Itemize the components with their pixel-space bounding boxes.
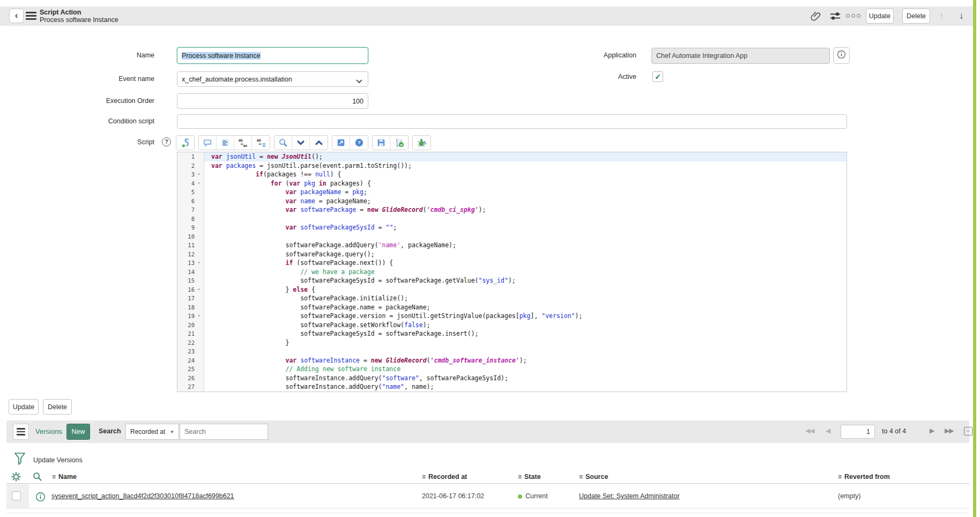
code-line-text: var softwarePackage = new GlideRecord('c… xyxy=(204,205,847,215)
search-icon[interactable] xyxy=(274,136,292,150)
last-page-icon[interactable]: ▶▶ xyxy=(945,427,953,434)
format-document-icon[interactable] xyxy=(217,136,234,150)
code-line-text: softwarePackage.query(); xyxy=(204,250,847,259)
code-line[interactable]: 2var packages = jsonUtil.parse(event.par… xyxy=(177,161,847,171)
row-checkbox[interactable] xyxy=(12,491,21,500)
new-button[interactable]: New xyxy=(66,424,90,440)
execution-order-input[interactable]: 100 xyxy=(177,93,368,109)
column-menu-icon[interactable]: ≡ xyxy=(579,473,583,481)
replace-all-icon[interactable]: ab xyxy=(252,136,270,150)
code-line[interactable]: 16▾ } else { xyxy=(177,285,847,294)
code-line[interactable]: 21 softwarePackageSysId = softwarePackag… xyxy=(177,329,847,338)
code-line[interactable]: 23 xyxy=(177,347,847,356)
code-line[interactable]: 15 softwarePackageSysId = softwarePackag… xyxy=(177,276,847,285)
code-line[interactable]: 24 var softwareInstance = new GlideRecor… xyxy=(177,356,847,365)
editor-gutter: 9 xyxy=(177,223,204,232)
code-line[interactable]: 18 softwarePackage.name = packageName; xyxy=(177,303,847,312)
code-line[interactable]: 6 var name = packageName; xyxy=(177,197,847,206)
toggle-comment-icon[interactable] xyxy=(199,136,217,150)
search-column-select[interactable]: Recorded at ▼ xyxy=(125,424,179,440)
code-line-text: softwarePackage.addQuery('name', package… xyxy=(204,241,847,250)
code-line[interactable]: 8 xyxy=(177,215,847,224)
event-name-select[interactable]: x_chef_automate.process.installation xyxy=(177,71,368,87)
syntax-check-icon[interactable] xyxy=(390,136,408,150)
next-record-icon[interactable]: ↓ xyxy=(959,11,964,21)
open-in-new-window-icon[interactable] xyxy=(332,136,350,150)
first-page-icon[interactable]: ◀◀ xyxy=(805,427,814,434)
code-line[interactable]: 3▾ if(packages !== null) { xyxy=(177,170,847,179)
code-line[interactable]: 19▾ softwarePackage.version = jsonUtil.g… xyxy=(177,312,847,321)
update-button[interactable]: Update xyxy=(866,9,894,24)
code-line[interactable]: 5 var packageName = pkg; xyxy=(177,188,847,197)
syntax-editor-icon[interactable] xyxy=(176,136,194,150)
code-line[interactable]: 13▾ if (softwarePackage.next()) { xyxy=(177,258,847,268)
code-line[interactable]: 4▾ for (var pkg in packages) { xyxy=(177,179,847,188)
attachment-icon[interactable] xyxy=(810,10,822,24)
row-name-link[interactable]: sysevent_script_action_8acd4f2d2f303010f… xyxy=(51,492,234,500)
column-menu-icon[interactable]: ≡ xyxy=(52,473,56,481)
fold-toggle-icon[interactable]: ▾ xyxy=(195,285,203,294)
code-line[interactable]: 10 xyxy=(177,232,847,241)
code-line[interactable]: 22 } xyxy=(177,338,847,348)
help-icon[interactable]: ? xyxy=(350,136,368,150)
next-page-icon[interactable]: ▶ xyxy=(930,427,934,434)
code-line[interactable]: 12 softwarePackage.query(); xyxy=(177,250,847,259)
code-line[interactable]: 14 // we have a package xyxy=(177,268,847,277)
previous-record-icon[interactable]: ↑ xyxy=(939,11,944,21)
update-button-footer[interactable]: Update xyxy=(9,399,39,415)
line-number: 15 xyxy=(177,276,195,285)
code-line[interactable]: 11 softwarePackage.addQuery('name', pack… xyxy=(177,241,847,250)
script-editor[interactable]: 1var jsonUtil = new JsonUtil();2var pack… xyxy=(177,152,847,392)
list-context-menu-icon[interactable] xyxy=(13,424,29,440)
code-line[interactable]: 17 softwarePackage.initialize(); xyxy=(177,294,847,303)
find-next-icon[interactable] xyxy=(292,136,310,150)
search-label: Search xyxy=(99,427,121,435)
column-header-recorded-at[interactable]: ≡Recorded at xyxy=(422,473,467,481)
application-info-button[interactable] xyxy=(833,47,850,64)
active-checkbox[interactable]: ✓ xyxy=(652,71,663,82)
active-label: Active xyxy=(497,73,636,80)
code-line[interactable]: 1var jsonUtil = new JsonUtil(); xyxy=(177,152,847,161)
code-line[interactable]: 25 // Adding new software instance xyxy=(177,365,847,374)
code-line[interactable]: 26 softwareInstance.addQuery("software",… xyxy=(177,374,847,383)
row-source-link[interactable]: Update Set: System Administrator xyxy=(579,492,680,500)
list-search-input[interactable] xyxy=(180,424,268,440)
code-line[interactable]: 7 var softwarePackage = new GlideRecord(… xyxy=(177,205,847,215)
code-line[interactable]: 20 softwarePackage.setWorkflow(false); xyxy=(177,321,847,330)
editor-gutter: 12 xyxy=(177,250,204,259)
column-header-source[interactable]: ≡Source xyxy=(579,473,608,481)
fold-toggle-icon[interactable]: ▾ xyxy=(195,312,203,321)
column-menu-icon[interactable]: ≡ xyxy=(422,473,426,481)
column-menu-icon[interactable]: ≡ xyxy=(518,473,522,481)
form-context-menu-icon[interactable] xyxy=(26,12,36,20)
fold-toggle-icon[interactable]: ▾ xyxy=(195,179,203,188)
find-previous-icon[interactable] xyxy=(310,136,328,150)
editor-gutter: 26 xyxy=(177,374,204,383)
replace-icon[interactable]: abac xyxy=(234,136,252,150)
condition-script-input[interactable] xyxy=(177,114,847,129)
column-header-name[interactable]: ≡Name xyxy=(52,473,77,481)
row-info-icon[interactable] xyxy=(35,492,46,504)
more-options-icon[interactable] xyxy=(846,14,860,18)
back-button[interactable]: ‹ xyxy=(9,9,24,23)
debug-icon[interactable] xyxy=(413,136,430,150)
delete-button-footer[interactable]: Delete xyxy=(43,399,72,415)
previous-page-icon[interactable]: ◀ xyxy=(826,427,830,434)
column-header-reverted-from[interactable]: ≡Reverted from xyxy=(838,473,890,481)
fold-toggle-icon[interactable]: ▾ xyxy=(195,258,203,268)
personalize-form-icon[interactable] xyxy=(829,10,841,24)
name-input[interactable]: Process software Instance xyxy=(177,47,368,64)
code-line[interactable]: 27 softwareInstance.addQuery("name", nam… xyxy=(177,382,847,392)
code-line[interactable]: 9 var softwarePackageSysId = ""; xyxy=(177,223,847,232)
column-header-state[interactable]: ≡State xyxy=(518,473,541,481)
editor-gutter: 4▾ xyxy=(177,179,204,188)
filter-funnel-icon[interactable] xyxy=(14,452,26,468)
collapse-list-icon[interactable]: − xyxy=(964,427,972,435)
script-help-icon[interactable]: ? xyxy=(162,137,171,146)
page-number-input[interactable]: 1 xyxy=(841,425,875,439)
delete-button[interactable]: Delete xyxy=(902,9,930,24)
save-icon[interactable] xyxy=(373,136,390,150)
list-breadcrumb: Update Versions xyxy=(33,456,83,464)
column-menu-icon[interactable]: ≡ xyxy=(838,473,842,481)
fold-toggle-icon[interactable]: ▾ xyxy=(195,170,203,179)
